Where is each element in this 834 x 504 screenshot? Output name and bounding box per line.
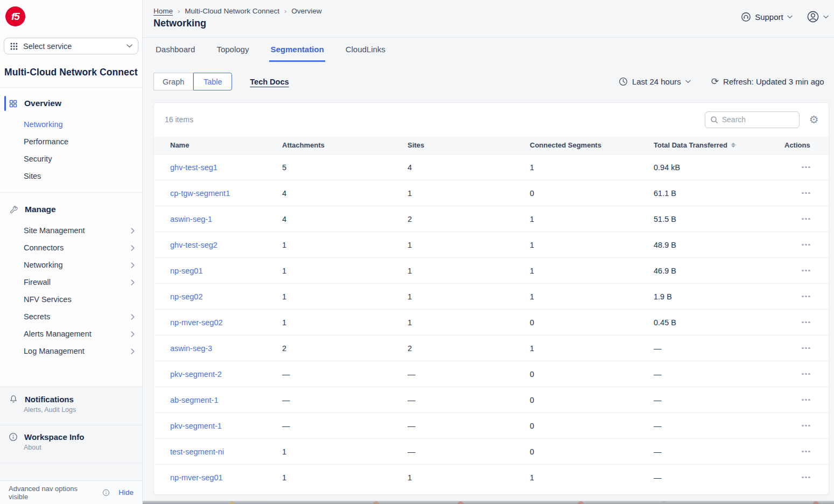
- actions-cell: [784, 267, 829, 275]
- row-actions-ellipsis-button[interactable]: [800, 318, 812, 327]
- sidebar-item[interactable]: Sites: [0, 167, 142, 185]
- account-menu-button[interactable]: [807, 10, 829, 23]
- sidebar-item[interactable]: Networking: [0, 256, 142, 274]
- sidebar-item-label: NFV Services: [24, 295, 131, 304]
- total-data-cell: 61.1 B: [654, 189, 784, 198]
- sort-icon[interactable]: [731, 143, 735, 148]
- row-actions-ellipsis-button[interactable]: [800, 292, 812, 301]
- view-toggle-button[interactable]: Table: [193, 73, 232, 90]
- segment-name-link[interactable]: test-segment-ni: [170, 447, 224, 456]
- row-actions-ellipsis-button[interactable]: [800, 473, 812, 482]
- sidebar-item[interactable]: Alerts Management: [0, 325, 142, 342]
- table-row[interactable]: pkv-segment-1 — — 0 —: [154, 412, 829, 438]
- segment-name-link[interactable]: np-mver-seg01: [170, 473, 223, 482]
- column-header-total-data[interactable]: Total Data Transferred: [654, 141, 784, 149]
- row-actions-ellipsis-button[interactable]: [800, 163, 812, 172]
- table-row[interactable]: cp-tgw-segment1 4 1 0 61.1 B: [154, 180, 829, 206]
- tab[interactable]: Segmentation: [269, 38, 325, 62]
- view-toggle: Graph Table: [153, 73, 232, 90]
- sidebar-section-manage[interactable]: Manage: [0, 201, 142, 218]
- tab[interactable]: Topology: [215, 38, 250, 62]
- refresh-button[interactable]: ⟳ Refresh: Updated 3 min ago: [711, 77, 824, 86]
- sidebar-item[interactable]: Security: [0, 150, 142, 167]
- breadcrumb-overview[interactable]: Overview: [291, 7, 321, 15]
- sites-cell: 4: [408, 163, 530, 172]
- select-service-dropdown[interactable]: Select service: [4, 38, 138, 54]
- table-row[interactable]: np-mver-seg01 1 1 1 —: [154, 464, 829, 490]
- sidebar-item[interactable]: Site Management: [0, 222, 142, 239]
- segment-name-link[interactable]: ghv-test-seg1: [170, 163, 218, 172]
- tab[interactable]: Dashboard: [155, 38, 196, 62]
- row-actions-ellipsis-button[interactable]: [800, 189, 812, 198]
- segment-name-link[interactable]: aswin-seg-1: [170, 215, 212, 223]
- sidebar-item[interactable]: Secrets: [0, 308, 142, 325]
- name-cell: np-mver-seg01: [170, 473, 282, 482]
- table-row[interactable]: test-segment-ni 1 — 0 —: [154, 438, 829, 464]
- row-actions-ellipsis-button[interactable]: [800, 241, 812, 249]
- logo-container: f5: [0, 0, 142, 27]
- tab-label: CloudLinks: [346, 45, 386, 54]
- table-row[interactable]: ghv-test-seg1 5 4 1 0.94 kB: [154, 154, 829, 180]
- segment-name-link[interactable]: ghv-test-seg2: [170, 241, 218, 249]
- tab-label: Topology: [216, 45, 249, 54]
- table-row[interactable]: np-seg02 1 1 1 1.9 B: [154, 283, 829, 309]
- segment-name-link[interactable]: ab-segment-1: [170, 396, 218, 404]
- table-row[interactable]: ab-segment-1 — — 0 —: [154, 387, 829, 412]
- actions-cell: [784, 189, 829, 198]
- sidebar-item-workspace-info[interactable]: Workspace Info About: [0, 425, 142, 463]
- sidebar-item[interactable]: Firewall: [0, 274, 142, 291]
- table-row[interactable]: ghv-test-seg2 1 1 1 48.9 B: [154, 232, 829, 257]
- sidebar-section-overview[interactable]: Overview: [0, 95, 142, 111]
- table-row[interactable]: np-mver-seg02 1 1 0 0.45 B: [154, 309, 829, 335]
- column-header-attachments[interactable]: Attachments: [282, 141, 408, 149]
- sidebar-item-label: Site Management: [24, 226, 131, 235]
- row-actions-ellipsis-button[interactable]: [800, 370, 812, 379]
- sidebar-item-label: Security: [24, 155, 135, 163]
- hide-advanced-nav-link[interactable]: Hide: [118, 488, 134, 496]
- row-actions-ellipsis-button[interactable]: [800, 215, 812, 223]
- segment-name-link[interactable]: aswin-seg-3: [170, 344, 212, 353]
- table-body: ghv-test-seg1 5 4 1 0.94 kB cp-tgw-segme: [154, 154, 829, 494]
- column-header-connected-segments[interactable]: Connected Segments: [530, 141, 654, 149]
- sites-cell: 1: [408, 318, 530, 327]
- segment-name-link[interactable]: cp-tgw-segment1: [170, 189, 230, 198]
- table-row[interactable]: pkv-segment-2 — — 0 —: [154, 361, 829, 387]
- row-actions-ellipsis-button[interactable]: [800, 422, 812, 430]
- segment-name-link[interactable]: np-seg01: [170, 267, 202, 275]
- tech-docs-link[interactable]: Tech Docs: [250, 78, 289, 86]
- f5-logo[interactable]: f5: [5, 6, 25, 26]
- row-actions-ellipsis-button[interactable]: [800, 396, 812, 404]
- tab[interactable]: CloudLinks: [345, 38, 387, 62]
- row-actions-ellipsis-button[interactable]: [800, 267, 812, 275]
- sidebar-item[interactable]: Log Management: [0, 342, 142, 360]
- row-actions-ellipsis-button[interactable]: [800, 344, 812, 353]
- table-row[interactable]: aswin-seg-1 4 2 1 51.5 B: [154, 206, 829, 232]
- table-row[interactable]: np-seg01 1 1 1 46.9 B: [154, 257, 829, 283]
- search-box[interactable]: [705, 111, 800, 128]
- row-actions-ellipsis-button[interactable]: [800, 447, 812, 456]
- segment-name-link[interactable]: np-seg02: [170, 292, 202, 301]
- segment-name-link[interactable]: np-mver-seg02: [170, 318, 223, 327]
- sidebar-item[interactable]: Connectors: [0, 239, 142, 256]
- sidebar-item[interactable]: Networking: [0, 116, 142, 133]
- bell-icon: [9, 394, 18, 404]
- total-data-cell: —: [654, 447, 784, 456]
- sidebar-item[interactable]: NFV Services: [0, 291, 142, 308]
- segment-name-link[interactable]: pkv-segment-1: [170, 422, 222, 430]
- breadcrumb-mcnc[interactable]: Multi-Cloud Network Connect: [185, 7, 279, 15]
- search-input[interactable]: [722, 115, 794, 124]
- segment-name-link[interactable]: pkv-segment-2: [170, 370, 222, 379]
- sidebar-item[interactable]: Performance: [0, 133, 142, 150]
- time-range-dropdown[interactable]: Last 24 hours: [619, 77, 691, 86]
- view-toggle-button[interactable]: Graph: [153, 73, 193, 90]
- support-menu-button[interactable]: Support: [741, 12, 793, 22]
- section-title: Manage: [25, 205, 56, 214]
- table-settings-gear-icon[interactable]: ⚙: [809, 114, 819, 125]
- column-header-sites[interactable]: Sites: [408, 141, 530, 149]
- chevron-right-icon: [131, 331, 135, 337]
- column-header-name[interactable]: Name: [170, 141, 282, 149]
- sidebar-nav: Overview Networking Performance Security: [0, 88, 142, 387]
- table-row[interactable]: aswin-seg-3 2 2 1 —: [154, 335, 829, 361]
- breadcrumb-home-link[interactable]: Home: [153, 7, 173, 15]
- sidebar-item-notifications[interactable]: Notifications Alerts, Audit Logs: [0, 387, 142, 425]
